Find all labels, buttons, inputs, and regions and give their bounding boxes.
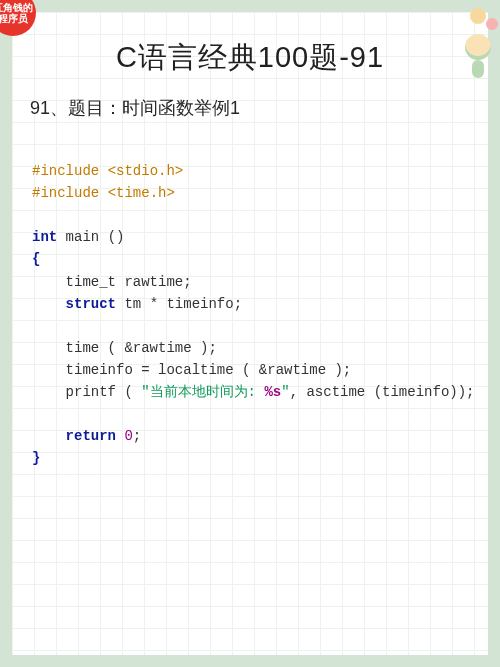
code-block: #include <stdio.h> #include <time.h> int… <box>32 160 470 470</box>
code-text: time_t rawtime; <box>32 274 192 290</box>
mascot-decoration <box>456 8 500 80</box>
mascot-head-icon <box>465 34 491 60</box>
code-text: ; <box>133 428 141 444</box>
code-format: %s <box>264 384 281 400</box>
code-preproc: <time.h> <box>108 185 175 201</box>
code-brace: { <box>32 251 40 267</box>
code-text <box>32 296 66 312</box>
code-text: printf ( <box>32 384 141 400</box>
badge-line-1: 五角钱的 <box>0 2 33 14</box>
code-preproc: <stdio.h> <box>108 163 184 179</box>
balloon-icon <box>486 18 498 30</box>
code-text: , asctime (timeinfo)); <box>290 384 475 400</box>
code-text: main () <box>57 229 124 245</box>
problem-subtitle: 91、题目：时间函数举例1 <box>30 96 470 120</box>
code-preproc: #include <box>32 185 108 201</box>
code-string: " <box>281 384 289 400</box>
code-keyword: int <box>32 229 57 245</box>
page-card: C语言经典100题-91 91、题目：时间函数举例1 #include <std… <box>12 12 488 655</box>
code-keyword: return <box>66 428 116 444</box>
badge-line-2: 程序员 <box>0 13 28 25</box>
mascot-body-icon <box>472 60 484 78</box>
code-text: tm * timeinfo; <box>116 296 242 312</box>
code-brace: } <box>32 450 40 466</box>
code-text <box>32 428 66 444</box>
code-keyword: struct <box>66 296 116 312</box>
code-text: timeinfo = localtime ( &rawtime ); <box>32 362 351 378</box>
code-text: time ( &rawtime ); <box>32 340 217 356</box>
code-string: "当前本地时间为: <box>141 384 264 400</box>
balloon-icon <box>470 8 486 24</box>
page-title: C语言经典100题-91 <box>30 38 470 78</box>
code-number: 0 <box>124 428 132 444</box>
code-preproc: #include <box>32 163 108 179</box>
